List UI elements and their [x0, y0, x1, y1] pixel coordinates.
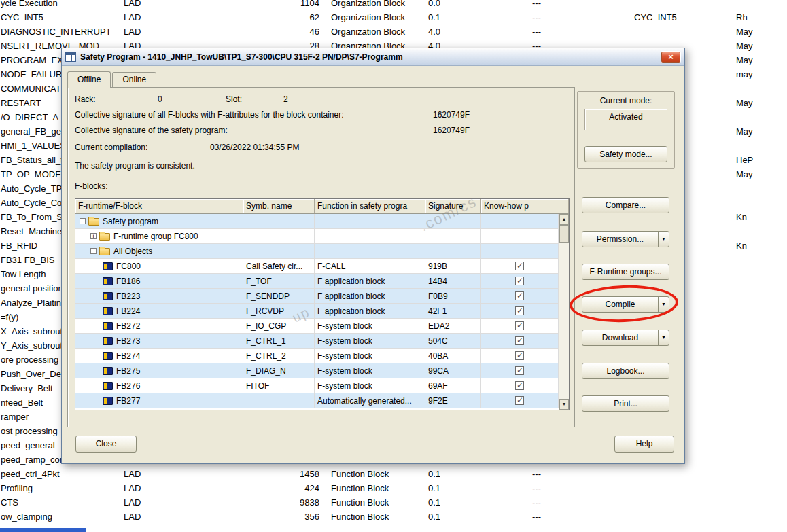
block-list-row[interactable]: peed_ctrl_4Pkt LAD 1458 Function Block 0…	[0, 467, 787, 481]
permission-button[interactable]: Permission... ▼	[582, 231, 669, 247]
collective-signature-blocks-label: Collective signature of all F-blocks wit…	[75, 110, 344, 120]
column-header-signature[interactable]: Signature	[425, 199, 481, 213]
column-header-function[interactable]: Function in safety progra	[315, 199, 425, 213]
block-name: FB_RFID	[1, 238, 37, 253]
function-cell: F application block	[315, 289, 425, 304]
block-name: DIAGNOSTIC_INTERRUPT	[1, 24, 111, 39]
fblock-row[interactable]: FB273 F_CTRL_1 F-system block 504C	[75, 334, 559, 349]
block-version: 0.1	[428, 481, 440, 495]
block-list-row[interactable]: CYC_INT5 LAD 62 Organization Block 0.1 -…	[0, 10, 787, 24]
knowhow-cell	[481, 274, 559, 289]
knowhow-cell	[481, 214, 559, 229]
block-name: general_FB_ger	[1, 124, 64, 139]
scroll-up-icon[interactable]: ▲	[559, 214, 569, 225]
fblock-row[interactable]: FB277 Automatically generated... 9F2E	[75, 393, 559, 408]
fblock-tree-cell: FB273	[75, 334, 243, 349]
block-placeholder-dashes: ---	[532, 510, 541, 524]
signature-cell: 14B4	[425, 274, 481, 289]
column-header-symb-name[interactable]: Symb. name	[243, 199, 315, 213]
table-vertical-scrollbar[interactable]: ▲ ▼	[559, 214, 569, 410]
block-list-row[interactable]: ow_clamping LAD 356 Function Block 0.1 -…	[0, 510, 787, 524]
knowhow-protection-checkbox[interactable]	[515, 351, 524, 360]
fblock-row[interactable]: - Safety program	[75, 214, 559, 229]
block-name: Analyze_Plaiting	[1, 296, 66, 310]
f-block-icon	[103, 262, 113, 270]
signature-cell	[425, 244, 481, 259]
fblock-row[interactable]: FB274 F_CTRL_2 F-system block 40BA	[75, 349, 559, 363]
close-button[interactable]: Close	[75, 436, 137, 453]
tree-expand-toggle[interactable]: -	[90, 248, 97, 254]
tree-expand-toggle[interactable]: +	[90, 233, 97, 239]
block-list-row[interactable]: CTS LAD 9838 Function Block 0.1 ---	[0, 495, 787, 510]
block-language: LAD	[124, 0, 141, 10]
scrollbar-track[interactable]	[559, 243, 569, 399]
fblocks-rows: - Safety program	[75, 214, 559, 410]
tab-offline[interactable]: Offline	[67, 71, 111, 88]
knowhow-protection-checkbox[interactable]	[515, 306, 524, 315]
knowhow-protection-checkbox[interactable]	[515, 366, 524, 375]
safety-mode-button[interactable]: Safety mode...	[584, 146, 667, 162]
knowhow-protection-checkbox[interactable]	[515, 291, 524, 300]
scrollbar-thumb[interactable]	[559, 225, 569, 243]
fblocks-label: F-blocks:	[75, 181, 108, 191]
dropdown-arrow-icon[interactable]: ▼	[658, 232, 669, 247]
block-initials: May	[736, 39, 753, 53]
scroll-down-icon[interactable]: ▼	[559, 399, 569, 410]
close-icon[interactable]: ×	[661, 51, 681, 63]
help-button[interactable]: Help	[614, 436, 674, 453]
column-header-fruntime-fblock[interactable]: F-runtime/F-block	[75, 199, 243, 213]
block-list-row[interactable]: DIAGNOSTIC_INTERRUPT LAD 46 Organization…	[0, 24, 787, 39]
dialog-titlebar[interactable]: Safety Program - 1410_JNHP_TowUB\TP1_S7-…	[62, 48, 684, 66]
fblock-row[interactable]: - All Objects	[75, 244, 559, 259]
fblock-row[interactable]: FC800 Call Safety cir... F-CALL 919B	[75, 259, 559, 274]
column-header-knowhow[interactable]: Know-how p	[481, 199, 569, 213]
download-button[interactable]: Download ▼	[582, 330, 669, 346]
fblock-row[interactable]: + F-runtime group FC800	[75, 229, 559, 244]
fblock-row[interactable]: FB186 F_TOF F application block 14B4	[75, 274, 559, 289]
tab-online[interactable]: Online	[112, 72, 156, 87]
fruntime-groups-button[interactable]: F-Runtime groups...	[582, 264, 669, 280]
knowhow-protection-checkbox[interactable]	[515, 336, 524, 345]
block-initials: May	[736, 96, 753, 110]
fblock-row[interactable]: FB272 F_IO_CGP F-system block EDA2	[75, 319, 559, 334]
compare-button[interactable]: Compare...	[582, 197, 669, 213]
knowhow-protection-checkbox[interactable]	[515, 396, 524, 405]
block-placeholder-dashes: ---	[532, 467, 541, 481]
dropdown-arrow-icon[interactable]: ▼	[658, 297, 669, 312]
knowhow-cell	[481, 363, 559, 378]
fblock-tree-cell: + F-runtime group FC800	[75, 229, 243, 244]
selected-row-fragment[interactable]	[0, 528, 86, 532]
signature-cell: 504C	[425, 334, 481, 349]
function-cell	[315, 229, 425, 244]
signature-cell: 42F1	[425, 304, 481, 319]
knowhow-protection-checkbox[interactable]	[515, 381, 524, 390]
knowhow-protection-checkbox[interactable]	[515, 277, 524, 285]
symbolic-name-cell	[243, 393, 315, 408]
block-list-row[interactable]: Profiling LAD 424 Function Block 0.1 ---	[0, 481, 787, 495]
signature-cell: EDA2	[425, 319, 481, 334]
block-placeholder-dashes: ---	[532, 481, 541, 495]
fblock-row[interactable]: FB224 F_RCVDP F application block 42F1	[75, 304, 559, 319]
fblock-name: FB277	[116, 396, 140, 406]
knowhow-protection-checkbox[interactable]	[515, 321, 524, 330]
knowhow-protection-checkbox[interactable]	[515, 262, 524, 270]
block-name: Tow Length	[1, 267, 46, 281]
block-list-row[interactable]: ycle Execution LAD 1104 Organization Blo…	[0, 0, 787, 10]
print-button[interactable]: Print...	[582, 395, 669, 412]
fblock-name: All Objects	[113, 247, 152, 256]
function-cell	[315, 244, 425, 259]
folder-icon	[88, 218, 99, 226]
f-block-icon	[103, 367, 113, 375]
dropdown-arrow-icon[interactable]: ▼	[658, 330, 669, 345]
fblock-row[interactable]: FB275 F_DIAG_N F-system block 99CA	[75, 363, 559, 378]
logbook-button[interactable]: Logbook...	[582, 363, 669, 379]
tree-expand-toggle[interactable]: -	[80, 218, 86, 224]
fblock-row[interactable]: FB276 FITOF F-system block 69AF	[75, 378, 559, 393]
block-initials: May	[736, 53, 753, 67]
fblock-row[interactable]: FB223 F_SENDDP F application block F0B9	[75, 289, 559, 304]
fblock-name: FB276	[116, 381, 140, 391]
block-name: CTS	[1, 495, 18, 510]
folder-icon	[99, 233, 110, 241]
function-cell: F-system block	[315, 363, 425, 378]
compile-button[interactable]: Compile ▼	[582, 296, 669, 313]
